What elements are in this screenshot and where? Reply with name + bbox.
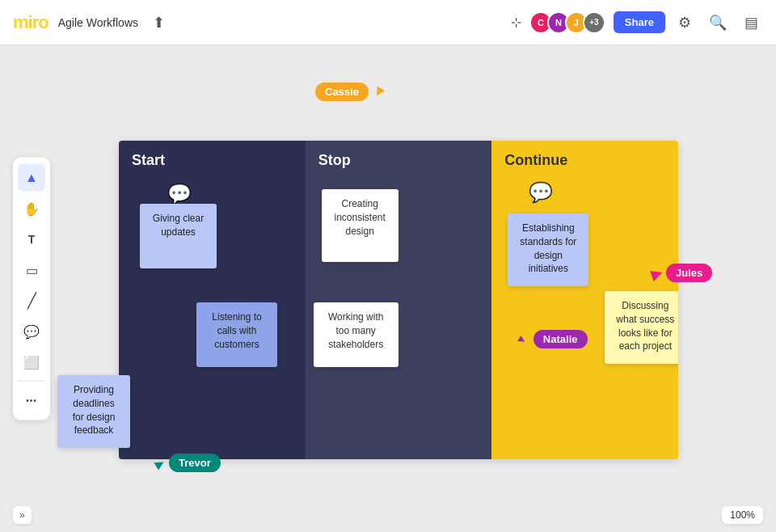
tool-text[interactable]: T [18, 226, 45, 253]
tool-line[interactable]: ╱ [18, 287, 45, 315]
cursor-jules-arrow: ▶ [649, 263, 666, 283]
cursor-cassie-arrow: ▼ [369, 81, 390, 103]
col-continue-header: Continue [504, 152, 665, 169]
col-continue: Continue 💬 Establishing standards for de… [491, 141, 678, 459]
topbar-left: miro Agile Workflows ⬆ [13, 11, 170, 35]
canvas-area[interactable]: ▲ ✋ T ▭ ╱ 💬 ⬜ ••• Start 💬 Giving clear u… [0, 45, 776, 532]
board-title[interactable]: Agile Workflows [58, 16, 138, 29]
settings-button[interactable]: ⚙ [673, 11, 696, 35]
topbar: miro Agile Workflows ⬆ ⊹ C N J +3 Share … [0, 0, 776, 45]
upload-button[interactable]: ⬆ [148, 11, 170, 35]
col-start: Start 💬 Giving clear updates Listening t… [119, 141, 306, 459]
cursor-trevor-arrow: ▶ [153, 455, 167, 471]
avatar-count[interactable]: +3 [583, 11, 605, 34]
sticky-inconsistent-design[interactable]: Creating inconsistent design [322, 189, 399, 262]
sticky-providing-deadlines[interactable]: Providing deadlines for design feedback [57, 375, 130, 448]
topbar-right: ⊹ C N J +3 Share ⚙ 🔍 ▤ [511, 11, 763, 35]
zoom-indicator: 100% [722, 506, 763, 524]
cursor-natalie-label: Natalie [534, 330, 588, 348]
sticky-discussing-success[interactable]: Discussing what success looks like for e… [605, 291, 678, 364]
sticky-establishing-standards[interactable]: Establishing standards for design initia… [508, 213, 588, 286]
sticky-giving-updates[interactable]: Giving clear updates [140, 204, 217, 268]
cursor-trevor-label: Trevor [169, 454, 221, 472]
cursor-natalie: ▼ Natalie [516, 330, 588, 348]
tool-more[interactable]: ••• [18, 386, 45, 414]
col-stop: Stop Creating inconsistent design Workin… [306, 141, 492, 459]
tool-sticky[interactable]: ▭ [18, 256, 45, 284]
cursor-cassie-label: Cassie [315, 82, 369, 101]
nav-arrows[interactable]: » [13, 506, 32, 524]
cursor-trevor: ▶ Trevor [155, 454, 221, 472]
retro-board: Start 💬 Giving clear updates Listening t… [119, 141, 678, 459]
tool-frame[interactable]: ⬜ [18, 348, 45, 376]
chat-icon-start: 💬 [167, 183, 192, 205]
avatars: C N J +3 [529, 11, 605, 34]
cursor-cassie: Cassie ▼ [315, 82, 386, 101]
sticky-listening[interactable]: Listening to calls with customers [196, 302, 277, 367]
cursor-jules-label: Jules [666, 264, 712, 282]
tool-select[interactable]: ▲ [18, 164, 45, 192]
chat-icon-continue: 💬 [529, 181, 553, 204]
cursor-natalie-arrow: ▼ [513, 331, 530, 347]
tool-comment[interactable]: 💬 [18, 318, 45, 345]
miro-logo: miro [13, 12, 48, 33]
notes-button[interactable]: ▤ [740, 11, 763, 35]
left-toolbar: ▲ ✋ T ▭ ╱ 💬 ⬜ ••• [13, 158, 50, 420]
sticky-too-many-stakeholders[interactable]: Working with too many stakeholders [314, 302, 399, 367]
col-start-header: Start [132, 152, 293, 169]
col-stop-header: Stop [318, 152, 479, 169]
cursor-mode-icon: ⊹ [511, 15, 521, 30]
cursor-jules: ▶ Jules [652, 264, 712, 282]
search-button[interactable]: 🔍 [704, 11, 732, 35]
share-button[interactable]: Share [614, 11, 665, 33]
tool-hand[interactable]: ✋ [18, 195, 45, 222]
